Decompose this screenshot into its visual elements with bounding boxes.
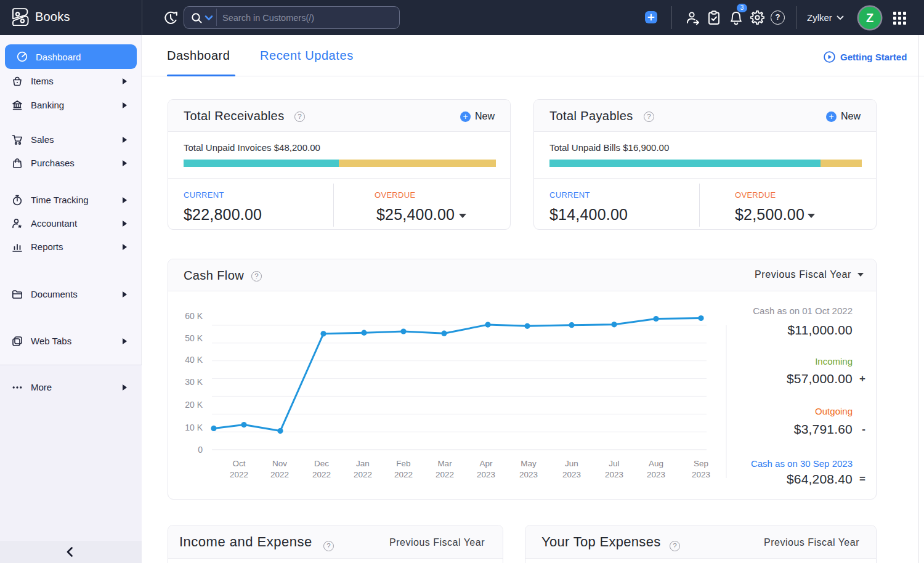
svg-text:2022: 2022 <box>270 470 289 479</box>
svg-text:Sep: Sep <box>694 459 708 468</box>
svg-text:May: May <box>521 459 537 468</box>
svg-text:2023: 2023 <box>477 470 495 479</box>
svg-text:2022: 2022 <box>394 470 413 479</box>
svg-text:20 K: 20 K <box>185 400 203 410</box>
svg-text:Jun: Jun <box>565 459 578 468</box>
svg-text:30 K: 30 K <box>185 377 203 387</box>
svg-text:2022: 2022 <box>312 470 331 479</box>
svg-text:2023: 2023 <box>519 470 538 479</box>
svg-text:Feb: Feb <box>396 459 410 468</box>
svg-text:Mar: Mar <box>437 459 452 468</box>
svg-text:0: 0 <box>198 445 203 455</box>
svg-text:Nov: Nov <box>272 459 287 468</box>
svg-text:Apr: Apr <box>479 459 493 468</box>
svg-text:10 K: 10 K <box>185 423 203 432</box>
svg-text:2023: 2023 <box>692 470 710 479</box>
svg-text:Aug: Aug <box>649 459 663 468</box>
svg-text:40 K: 40 K <box>185 355 203 365</box>
svg-text:50 K: 50 K <box>185 333 203 343</box>
svg-text:2022: 2022 <box>354 470 372 479</box>
svg-text:2022: 2022 <box>230 470 248 479</box>
svg-text:2023: 2023 <box>562 470 581 479</box>
svg-text:2022: 2022 <box>436 470 454 479</box>
svg-text:Dec: Dec <box>314 459 329 468</box>
svg-text:Jan: Jan <box>356 459 370 468</box>
svg-text:Oct: Oct <box>232 459 245 468</box>
svg-text:2023: 2023 <box>647 470 665 479</box>
svg-text:60 K: 60 K <box>185 311 203 321</box>
svg-text:2023: 2023 <box>605 470 623 479</box>
svg-text:Jul: Jul <box>609 459 619 468</box>
